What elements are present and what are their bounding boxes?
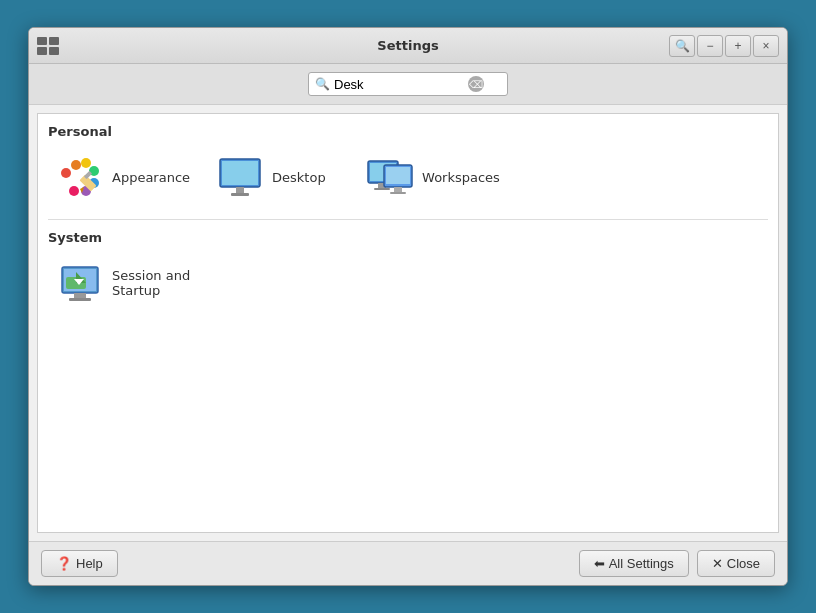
desktop-icon <box>216 153 264 201</box>
personal-section-label: Personal <box>48 124 768 139</box>
arrow-left-icon: ⬅ <box>594 556 605 571</box>
startup-label: Startup <box>112 283 190 298</box>
svg-rect-13 <box>231 193 249 196</box>
svg-point-6 <box>69 186 79 196</box>
desktop-label: Desktop <box>272 170 326 185</box>
footer-right: ⬅ All Settings ✕ Close <box>579 550 775 577</box>
search-wrapper: 🔍 ⌫ <box>308 72 508 96</box>
search-bar: 🔍 ⌫ <box>29 64 787 105</box>
svg-rect-24 <box>74 293 86 298</box>
svg-rect-12 <box>236 187 244 193</box>
workspaces-icon <box>366 153 414 201</box>
all-settings-label: All Settings <box>609 556 674 571</box>
question-circle-icon: ❓ <box>56 556 72 571</box>
x-icon: ✕ <box>712 556 723 571</box>
personal-items-row: Appearance Desktop <box>48 147 768 207</box>
session-label-wrapper: Session and Startup <box>112 268 190 298</box>
window-controls: 🔍 − + × <box>669 35 779 57</box>
window-title: Settings <box>377 38 438 53</box>
svg-point-1 <box>71 160 81 170</box>
all-settings-button[interactable]: ⬅ All Settings <box>579 550 689 577</box>
help-button[interactable]: ❓ Help <box>41 550 118 577</box>
close-button[interactable]: ✕ Close <box>697 550 775 577</box>
section-divider <box>48 219 768 220</box>
desktop-item[interactable]: Desktop <box>208 147 348 207</box>
search-input[interactable] <box>334 77 464 92</box>
maximize-button[interactable]: + <box>725 35 751 57</box>
help-label: Help <box>76 556 103 571</box>
workspaces-label: Workspaces <box>422 170 500 185</box>
close-button[interactable]: × <box>753 35 779 57</box>
search-clear-button[interactable]: ⌫ <box>468 76 484 92</box>
window-icon <box>37 37 59 55</box>
footer: ❓ Help ⬅ All Settings ✕ Close <box>29 541 787 585</box>
session-item[interactable]: Session and Startup <box>48 253 198 313</box>
session-icon <box>56 259 104 307</box>
search-button[interactable]: 🔍 <box>669 35 695 57</box>
svg-rect-25 <box>69 298 91 301</box>
appearance-item[interactable]: Appearance <box>48 147 198 207</box>
minimize-button[interactable]: − <box>697 35 723 57</box>
settings-window: Settings 🔍 − + × 🔍 ⌫ Personal <box>28 27 788 586</box>
svg-rect-17 <box>374 188 390 190</box>
appearance-label: Appearance <box>112 170 190 185</box>
workspaces-item[interactable]: Workspaces <box>358 147 508 207</box>
footer-left: ❓ Help <box>41 550 118 577</box>
svg-rect-19 <box>386 167 410 184</box>
search-icon: 🔍 <box>315 77 330 91</box>
svg-rect-20 <box>394 187 402 192</box>
svg-rect-21 <box>390 192 406 194</box>
session-label: Session and <box>112 268 190 283</box>
titlebar: Settings 🔍 − + × <box>29 28 787 64</box>
close-label: Close <box>727 556 760 571</box>
system-section-label: System <box>48 230 768 245</box>
svg-point-2 <box>81 158 91 168</box>
system-items-row: Session and Startup <box>48 253 768 313</box>
svg-rect-11 <box>222 161 258 185</box>
appearance-icon <box>56 153 104 201</box>
content-area: Personal <box>37 113 779 533</box>
svg-point-0 <box>61 168 71 178</box>
search-icon: 🔍 <box>675 39 690 53</box>
